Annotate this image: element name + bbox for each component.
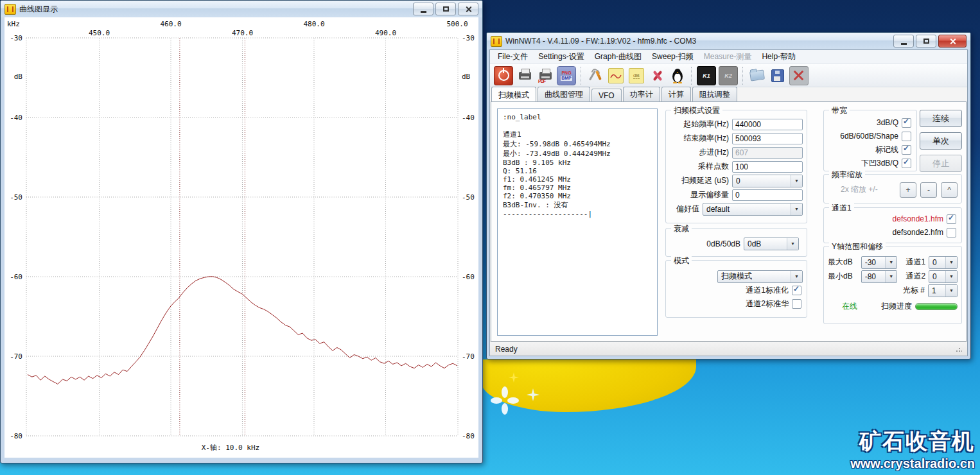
continuous-button[interactable]: 连续 <box>920 110 962 127</box>
close-icon <box>949 38 956 45</box>
graph-window: 曲线图显示 -30-30-40-40-50-50-60-60-70-70-80-… <box>0 0 483 463</box>
svg-text:-30: -30 <box>10 34 22 42</box>
resize-grip[interactable] <box>956 346 962 352</box>
svg-text:-50: -50 <box>10 193 22 202</box>
defsonde1-checkbox[interactable] <box>947 214 956 224</box>
sweep-plot[interactable]: -30-30-40-40-50-50-60-60-70-70-80-80450.… <box>4 17 478 458</box>
zoom-reset-button[interactable]: ^ <box>941 182 958 198</box>
save-file-icon[interactable] <box>769 67 787 85</box>
menu-sweep[interactable]: Sweep-扫频 <box>647 50 699 64</box>
display-offset-input[interactable] <box>732 189 803 201</box>
svg-text:450.0: 450.0 <box>89 29 110 37</box>
tab-power-meter[interactable]: 功率计 <box>623 87 660 102</box>
sweep-delay-combo[interactable]: 0▼ <box>732 175 803 187</box>
tab-impedance[interactable]: 阻抗调整 <box>692 87 737 102</box>
restore-icon <box>923 39 929 44</box>
minimize-button[interactable] <box>893 35 914 48</box>
maximize-button[interactable] <box>435 3 456 15</box>
minimize-icon <box>421 11 426 13</box>
toolbar-separator <box>691 67 692 85</box>
zoom-in-button[interactable]: + <box>900 182 916 198</box>
zoom-out-button[interactable]: - <box>920 182 937 198</box>
tools-icon[interactable] <box>586 67 604 85</box>
chevron-down-icon: ▼ <box>945 271 957 282</box>
tab-vfo[interactable]: VFO <box>591 89 622 102</box>
print-pdf-icon[interactable]: PDF <box>536 67 554 85</box>
min-db-combo[interactable]: -80▼ <box>861 270 898 283</box>
marker-line-checkbox[interactable] <box>902 145 911 155</box>
menu-help[interactable]: Help-帮助 <box>757 50 801 64</box>
knife-icon[interactable] <box>648 67 666 85</box>
app-icon <box>491 36 502 47</box>
minimize-icon <box>901 43 907 45</box>
close-button[interactable] <box>458 3 478 15</box>
power-exit-icon[interactable] <box>494 66 513 85</box>
svg-text:-70: -70 <box>462 352 475 361</box>
svg-text:-30: -30 <box>462 34 475 42</box>
chevron-down-icon: ▼ <box>787 238 798 250</box>
mode-combo[interactable]: 扫频模式▼ <box>717 270 803 283</box>
close-sweep-icon[interactable] <box>789 66 809 85</box>
export-image-icon[interactable]: PNG BMP <box>557 66 576 85</box>
menu-settings[interactable]: Settings-设置 <box>533 50 589 64</box>
svg-text:-60: -60 <box>10 273 22 281</box>
zoom-label: 2x 缩放 +/- <box>841 184 878 195</box>
tab-sweep-mode[interactable]: 扫频模式 <box>491 87 536 103</box>
maximize-icon <box>443 6 449 12</box>
cursor-combo[interactable]: 1▼ <box>928 284 958 297</box>
offset-ch2-combo[interactable]: 0▼ <box>929 270 958 283</box>
single-button[interactable]: 单次 <box>920 132 962 150</box>
k1-icon[interactable]: K1 <box>697 66 716 85</box>
svg-text:dB: dB <box>14 73 23 81</box>
samples-input[interactable] <box>732 161 803 173</box>
max-db-combo[interactable]: -30▼ <box>861 256 898 269</box>
ch1-normalize-checkbox[interactable] <box>792 286 801 295</box>
menu-graph[interactable]: Graph-曲线图 <box>590 50 647 64</box>
results-textbox[interactable]: :no_label 通道1 最大: -59.98dB 0.465494MHz 最… <box>497 108 658 336</box>
sweep-progress-bar <box>915 303 958 310</box>
status-text: Ready <box>495 345 518 354</box>
open-file-icon[interactable] <box>748 67 766 85</box>
freq-zoom-group: 频率缩放 2x 缩放 +/- + - ^ <box>823 174 962 203</box>
chevron-down-icon: ▼ <box>791 175 802 187</box>
menu-measure: Measure-测量 <box>699 50 757 64</box>
bw-3db-checkbox[interactable] <box>902 118 911 128</box>
attenuation-group: 衰减 0dB/50dB 0dB▼ <box>665 228 807 257</box>
graph-pad-icon[interactable] <box>607 67 625 85</box>
bw-6db-checkbox[interactable] <box>902 132 911 141</box>
preference-combo[interactable]: default▼ <box>703 203 803 216</box>
menu-file[interactable]: File-文件 <box>493 50 533 64</box>
notch-3db-checkbox[interactable] <box>902 159 911 168</box>
svg-text:dB: dB <box>462 73 471 81</box>
bandwidth-group: 带宽 3dB/Q 6dB/60dB/Shape 标记线 下凹3dB/Q <box>823 110 917 171</box>
svg-text:490.0: 490.0 <box>375 29 396 37</box>
tab-graph-manage[interactable]: 曲线图管理 <box>538 87 590 102</box>
star-sparkle <box>527 388 539 401</box>
penguin-icon[interactable] <box>669 67 687 85</box>
close-button[interactable] <box>938 35 967 48</box>
svg-text:-40: -40 <box>462 114 475 122</box>
app-titlebar[interactable]: WinNWT4 - V.4.11.09 - FW:1.19:V02 - hfm9… <box>487 33 970 49</box>
bw-3db-label: 3dB/Q <box>877 118 898 127</box>
chevron-down-icon: ▼ <box>791 203 802 215</box>
ch2-normalize-checkbox[interactable] <box>792 299 801 309</box>
toolbar-separator <box>581 67 582 85</box>
svg-text:X-轴: 10.0 kHz: X-轴: 10.0 kHz <box>202 444 259 452</box>
minimize-button[interactable] <box>413 3 433 15</box>
graph-window-titlebar[interactable]: 曲线图显示 <box>1 1 482 17</box>
statusbar: Ready <box>490 341 967 356</box>
offset-ch1-combo[interactable]: 0▼ <box>929 256 958 269</box>
start-freq-input[interactable] <box>732 119 803 130</box>
restore-button[interactable] <box>916 35 936 48</box>
print-icon[interactable] <box>516 67 534 85</box>
attenuation-combo[interactable]: 0dB▼ <box>744 238 799 250</box>
defsonde2-label: defsonde2.hfm <box>893 228 943 237</box>
step-input <box>732 147 803 159</box>
tab-calc[interactable]: 计算 <box>661 87 691 102</box>
watermark-title: 矿石收音机 <box>850 427 975 456</box>
db-pad-icon[interactable]: dB <box>627 67 645 85</box>
graph-window-icon <box>4 4 16 15</box>
defsonde2-checkbox[interactable] <box>947 228 956 238</box>
stop-freq-input[interactable] <box>732 133 803 144</box>
notch-3db-label: 下凹3dB/Q <box>861 158 898 169</box>
